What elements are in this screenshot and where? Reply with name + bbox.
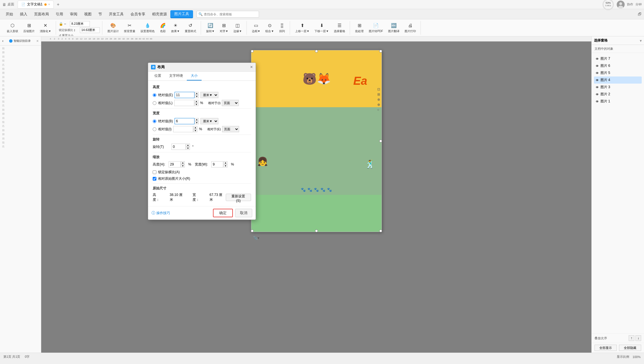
rotate-btn[interactable]: 🔄 旋转▼	[204, 21, 217, 34]
tab-picture-tools[interactable]: 图片工具	[170, 10, 193, 18]
group-btn[interactable]: ⊙ 组合▼	[263, 21, 276, 34]
height-abs-radio[interactable]	[153, 93, 156, 97]
batch-process-btn[interactable]: ⊞ 批处理	[353, 21, 366, 34]
clear-btn[interactable]: ✕ 清除化▼	[38, 21, 53, 34]
tab-template[interactable]: 稻壳资源	[149, 11, 170, 18]
rotation-spin-down[interactable]: ▼	[186, 147, 190, 150]
arrange-btn[interactable]: ⣿ 排列	[277, 21, 287, 34]
height-spin-up[interactable]: ▲	[195, 92, 199, 95]
visibility-icon-2[interactable]: 👁	[596, 93, 599, 96]
img-translate-btn[interactable]: 🔤 图片翻译	[386, 21, 402, 34]
collapse-btn[interactable]: ‹	[2, 39, 3, 43]
img-print-btn[interactable]: 🖨 图片打印	[402, 21, 418, 34]
reset-size-btn[interactable]: ↺ 重置大小	[59, 34, 73, 37]
border-btn[interactable]: ▭ 边框▼	[250, 21, 263, 34]
show-all-btn[interactable]: 全部显示	[595, 345, 617, 351]
object-item-5[interactable]: 👁 图片 5	[594, 69, 642, 76]
object-item-6[interactable]: 👁 图片 6	[594, 62, 642, 69]
width-spin-down[interactable]: ▼	[195, 121, 199, 124]
hide-all-btn[interactable]: 全部隐藏	[619, 345, 641, 351]
reset-style-btn[interactable]: ↺ 重置样式	[183, 21, 198, 34]
tab-start[interactable]: 开始	[2, 11, 16, 18]
tab-view[interactable]: 视图	[81, 11, 95, 18]
hscale-spin-up[interactable]: ▲	[181, 161, 185, 164]
object-item-7[interactable]: 👁 图片 7	[594, 55, 642, 62]
dialog-tab-position[interactable]: 位置	[150, 72, 165, 80]
selection-handle-mr[interactable]	[379, 140, 382, 142]
user-avatar[interactable]	[617, 1, 625, 9]
move-up-btn[interactable]: ↑	[629, 335, 634, 341]
selection-handle-tr[interactable]	[379, 50, 382, 53]
object-item-2[interactable]: 👁 图片 2	[594, 91, 642, 98]
height-scale-input[interactable]	[169, 161, 181, 167]
width-scale-input[interactable]	[211, 161, 223, 167]
width-input[interactable]	[70, 21, 90, 27]
width-rel-spin-up[interactable]: ▲	[193, 126, 197, 129]
width-relative-to-select[interactable]: 页面	[222, 126, 239, 132]
color-btn[interactable]: 🌈 色彩	[158, 21, 168, 34]
picture-design-btn[interactable]: 🎨 图片设计	[105, 21, 121, 34]
width-spin-up[interactable]: ▲	[195, 118, 199, 121]
brightness-btn[interactable]: ☀ 效果▼	[169, 21, 182, 34]
ok-button[interactable]: 确定	[213, 209, 233, 217]
search-bar[interactable]: 🔍	[196, 11, 259, 18]
width-unit-select[interactable]: 厘米▼	[200, 118, 218, 124]
object-item-1[interactable]: 👁 图片 1	[594, 98, 642, 105]
lock-ratio-checkbox[interactable]	[153, 170, 156, 174]
visibility-icon-1[interactable]: 👁	[596, 100, 599, 103]
help-link[interactable]: ⓘ 操作技巧	[152, 210, 170, 216]
up-layer-btn[interactable]: ⬆ 上移一层▼	[293, 21, 312, 34]
tab-review[interactable]: 审阅	[67, 11, 81, 18]
width-rel-radio[interactable]	[153, 127, 156, 131]
dialog-close-btn[interactable]: ×	[250, 65, 253, 70]
height-input[interactable]	[80, 27, 100, 33]
height-spin-down[interactable]: ▼	[195, 95, 199, 98]
tab-devtools[interactable]: 开发工具	[105, 11, 127, 18]
width-rel-input[interactable]	[173, 126, 193, 132]
height-rel-input[interactable]	[174, 100, 194, 106]
tab-section[interactable]: 节	[95, 11, 105, 18]
set-transparent-btn[interactable]: 💧 设置透明色	[138, 21, 157, 34]
insert-shape-btn[interactable]: ⬡ 嵌入形状	[5, 21, 20, 34]
edge-btn[interactable]: ◫ 边缘▼	[231, 21, 244, 34]
visibility-icon-5[interactable]: 👁	[596, 71, 599, 75]
visibility-icon-3[interactable]: 👁	[596, 86, 599, 89]
selection-handle-br[interactable]	[379, 229, 382, 232]
sidebar-close-btn[interactable]: ×	[36, 39, 39, 43]
select-pane-btn[interactable]: ☰ 选择窗格	[332, 21, 347, 34]
tab-insert[interactable]: 插入	[16, 11, 31, 18]
visibility-icon-6[interactable]: 👁	[596, 64, 599, 68]
canvas-scroll[interactable]: 🐻🦊 👧 🕺 🐾 🐾 🐾 🐾	[41, 42, 591, 353]
width-abs-radio[interactable]	[153, 119, 156, 123]
compress-btn[interactable]: ⊞ 压缩图片	[21, 21, 37, 34]
selection-handle-tc[interactable]	[315, 50, 318, 53]
object-item-4[interactable]: 👁 图片 4	[594, 76, 642, 84]
width-rel-spin-down[interactable]: ▼	[193, 129, 197, 132]
relative-original-checkbox[interactable]	[153, 177, 156, 181]
selection-handle-bc[interactable]	[315, 229, 318, 232]
selection-handle-tl[interactable]	[251, 50, 254, 53]
align-btn[interactable]: ⊞ 对齐▼	[218, 21, 231, 34]
height-abs-input[interactable]	[175, 92, 194, 98]
wscale-spin-down[interactable]: ▼	[223, 164, 227, 167]
img-to-pdf-btn[interactable]: 📄 图片转PDF	[366, 21, 385, 34]
dialog-tab-textwrap[interactable]: 文字环绕	[165, 72, 187, 80]
height-rel-radio[interactable]	[153, 101, 156, 105]
width-abs-input[interactable]	[175, 118, 194, 124]
down-layer-btn[interactable]: ⬇ 下移一层▼	[312, 21, 331, 34]
height-relative-to-select[interactable]: 页面	[222, 100, 239, 106]
object-item-3[interactable]: 👁 图片 3	[594, 84, 642, 91]
window-minimize-btn[interactable]: 🗗	[638, 12, 642, 16]
height-unit-select[interactable]: 厘米▼	[200, 92, 218, 98]
tab-reference[interactable]: 引用	[52, 11, 67, 18]
wscale-spin-up[interactable]: ▲	[223, 161, 227, 164]
tab-member[interactable]: 会员专享	[127, 11, 149, 18]
rotation-input[interactable]	[171, 144, 186, 150]
selection-handle-bl[interactable]	[251, 229, 254, 232]
rotation-spin-up[interactable]: ▲	[186, 144, 190, 147]
document-tab[interactable]: 📄 文字文稿1 ×	[18, 1, 54, 9]
selection-pane-close[interactable]: ▾	[640, 38, 642, 43]
new-tab-button[interactable]: +	[55, 1, 62, 8]
visibility-icon-4[interactable]: 👁	[596, 78, 599, 82]
tab-close-btn[interactable]: ×	[48, 3, 50, 6]
